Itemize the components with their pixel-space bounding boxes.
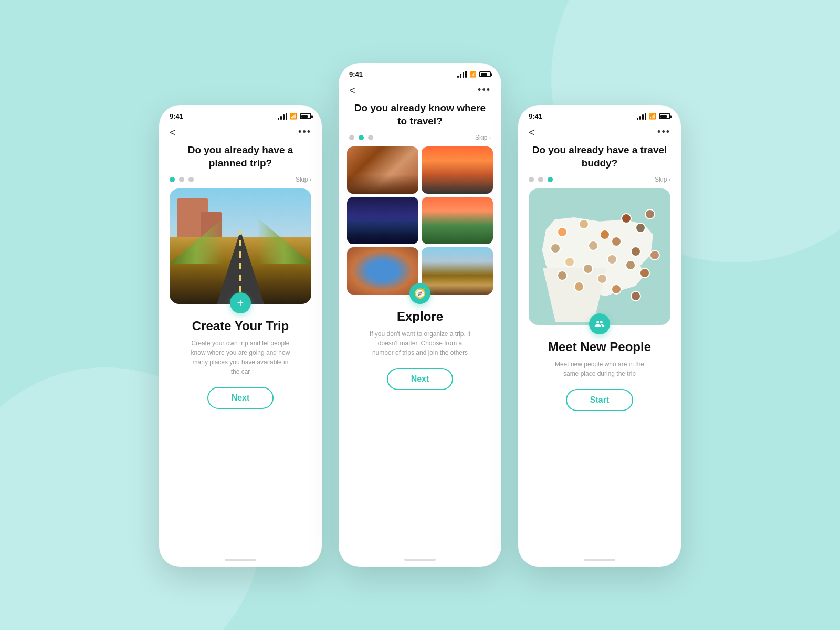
nav-row-1: < •••	[159, 124, 322, 142]
status-time-2: 9:41	[349, 70, 363, 78]
road-scene	[170, 188, 311, 304]
home-indicator-1	[225, 559, 256, 561]
skip-link-2[interactable]: Skip ›	[475, 134, 491, 141]
canyon-image	[347, 146, 418, 194]
sunset-scene	[422, 146, 493, 194]
avatar-dot-13	[625, 260, 636, 270]
avatar-dot-8	[611, 236, 622, 247]
back-button-3[interactable]: <	[529, 127, 535, 138]
avatar-dot-10	[564, 257, 575, 267]
card-title-1: Create Your Trip	[192, 319, 289, 333]
dot-3-1	[529, 177, 534, 182]
battery-icon-1	[300, 113, 311, 119]
map-background	[529, 188, 670, 325]
question-heading-2: Do you already know where to travel?	[339, 100, 501, 134]
night-city-image	[347, 197, 418, 244]
skip-link-3[interactable]: Skip ›	[655, 176, 670, 183]
hero-image-wrap-1: +	[159, 188, 322, 304]
map-image	[529, 188, 670, 325]
avatar-dot-6	[550, 243, 561, 254]
image-grid	[347, 146, 493, 295]
wifi-icon-2: 📶	[469, 71, 477, 78]
card-title-2: Explore	[397, 309, 443, 324]
horseshoe-image	[347, 247, 418, 295]
status-bar-2: 9:41 📶	[339, 63, 501, 82]
back-button-1[interactable]: <	[170, 127, 176, 138]
avatar-dot-4	[621, 213, 632, 224]
dot-group-1	[170, 177, 194, 182]
status-icons-1: 📶	[278, 113, 311, 120]
avatar-dot-9	[631, 246, 641, 257]
status-time-3: 9:41	[529, 112, 542, 120]
avatar-dot-17	[649, 250, 660, 260]
mountain-scene	[422, 247, 493, 295]
avatar-dot-18	[639, 268, 650, 278]
step-dots-2: Skip ›	[339, 134, 501, 146]
status-time-1: 9:41	[170, 112, 183, 120]
card-desc-3: Meet new people who are in the same plac…	[547, 360, 652, 379]
nav-row-3: < •••	[518, 124, 681, 142]
content-area-3: Meet New People Meet new people who are …	[518, 325, 681, 554]
wifi-icon-3: 📶	[649, 113, 656, 120]
avatar-dot-20	[611, 284, 622, 295]
more-button-2[interactable]: •••	[478, 85, 491, 96]
content-area-1: Create Your Trip Create your own trip an…	[159, 304, 322, 554]
status-bar-1: 9:41 📶	[159, 105, 322, 124]
signal-icon-3	[637, 113, 646, 120]
hero-image-wrap-2: 🧭	[339, 146, 501, 295]
home-indicator-3	[584, 559, 615, 561]
avatar-dot-5	[635, 223, 646, 233]
dot-group-3	[529, 177, 553, 182]
sunset-city-image	[422, 146, 493, 194]
card-desc-2: If you don't want to organize a trip, it…	[368, 329, 472, 358]
next-button-2[interactable]: Next	[387, 368, 454, 390]
mountain-image	[422, 247, 493, 295]
start-button[interactable]: Start	[566, 389, 633, 411]
back-button-2[interactable]: <	[349, 85, 355, 96]
night-city-scene	[347, 197, 418, 244]
dot-1-2	[179, 177, 184, 182]
dot-group-2	[349, 135, 373, 140]
step-dots-3: Skip ›	[518, 176, 681, 188]
signal-icon-1	[278, 113, 287, 120]
dot-3-3	[548, 177, 553, 182]
card-desc-1: Create your own trip and let people know…	[188, 339, 293, 376]
dot-2-3	[368, 135, 373, 140]
status-icons-2: 📶	[457, 71, 491, 78]
card-title-3: Meet New People	[548, 340, 651, 354]
hero-image-wrap-3	[518, 188, 681, 325]
skip-link-1[interactable]: Skip ›	[296, 176, 311, 183]
wifi-icon-1: 📶	[290, 113, 297, 120]
meet-people-button[interactable]	[589, 313, 610, 334]
status-bar-3: 9:41 📶	[518, 105, 681, 124]
content-area-2: Explore If you don't want to organize a …	[339, 295, 501, 554]
bridge-scene	[422, 197, 493, 244]
dot-2-2	[359, 135, 364, 140]
horseshoe-scene	[347, 247, 418, 295]
bridge-image	[422, 197, 493, 244]
home-indicator-2	[404, 559, 436, 561]
hero-image-1	[170, 188, 311, 304]
dot-1-3	[188, 177, 194, 182]
question-heading-1: Do you already have a planned trip?	[159, 142, 322, 176]
question-heading-3: Do you already have a travel buddy?	[518, 142, 681, 176]
dot-2-1	[349, 135, 354, 140]
phones-container: 9:41 📶 < ••• Do you already have a plann…	[159, 63, 681, 567]
avatar-dot-15	[597, 274, 607, 284]
more-button-3[interactable]: •••	[657, 127, 670, 138]
phone-screen-1: 9:41 📶 < ••• Do you already have a plann…	[159, 105, 322, 567]
add-trip-button[interactable]: +	[230, 292, 251, 313]
battery-icon-2	[479, 71, 491, 77]
nav-row-2: < •••	[339, 82, 501, 100]
dot-3-2	[538, 177, 543, 182]
avatar-dot-16	[645, 209, 655, 219]
dot-1-1	[170, 177, 175, 182]
step-dots-1: Skip ›	[159, 176, 322, 188]
avatar-dot-11	[583, 264, 593, 274]
next-button-1[interactable]: Next	[207, 387, 274, 409]
people-icon	[594, 319, 605, 329]
phone-screen-2: 9:41 📶 < ••• Do you already know where t…	[339, 63, 501, 567]
explore-button[interactable]: 🧭	[410, 283, 430, 304]
canyon-scene	[347, 146, 418, 194]
more-button-1[interactable]: •••	[298, 127, 311, 138]
